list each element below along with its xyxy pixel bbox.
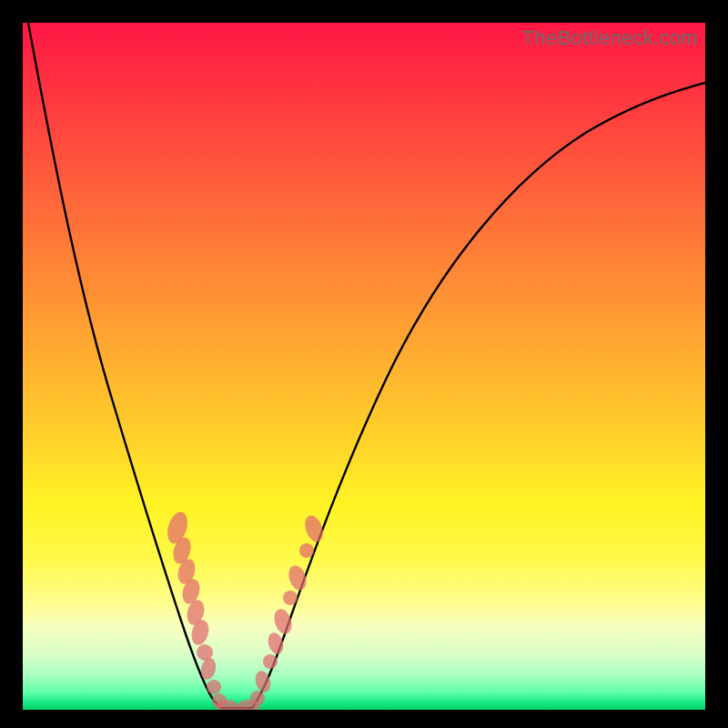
chart-frame: TheBottleneck.com xyxy=(0,0,728,728)
svg-point-8 xyxy=(207,680,221,694)
bead-cluster-right xyxy=(250,513,327,705)
svg-point-15 xyxy=(266,631,286,656)
svg-point-12 xyxy=(250,691,265,705)
curve-right-branch xyxy=(252,83,705,708)
svg-point-17 xyxy=(283,591,298,605)
svg-point-19 xyxy=(299,543,314,558)
svg-point-14 xyxy=(263,654,278,669)
bottleneck-curve xyxy=(23,23,705,710)
bead-cluster-left xyxy=(164,510,227,708)
plot-area: TheBottleneck.com xyxy=(23,23,705,710)
svg-point-18 xyxy=(286,563,309,592)
svg-point-16 xyxy=(271,607,295,636)
